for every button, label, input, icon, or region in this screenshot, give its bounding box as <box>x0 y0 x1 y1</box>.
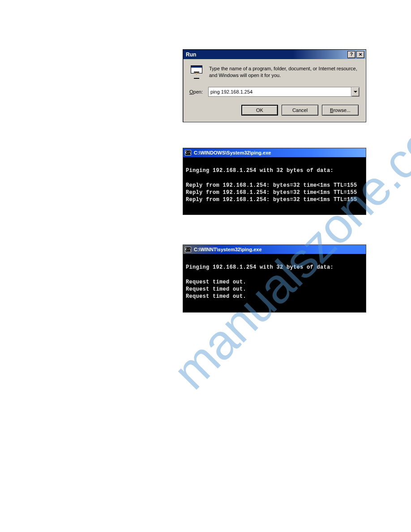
open-combobox[interactable] <box>208 87 360 97</box>
cancel-button[interactable]: Cancel <box>282 105 318 116</box>
console2-title-text: C:\WINNT\system32\ping.exe <box>194 247 262 252</box>
ok-button[interactable]: OK <box>241 105 278 116</box>
run-description: Type the name of a program, folder, docu… <box>209 65 360 79</box>
close-button[interactable]: ✕ <box>356 51 364 58</box>
run-title-text: Run <box>186 51 196 58</box>
console-window-success: C:\ C:\WINDOWS\System32\ping.exe Pinging… <box>183 148 366 215</box>
console-window-timeout: C:\ C:\WINNT\system32\ping.exe Pinging 1… <box>183 245 366 313</box>
console2-titlebar[interactable]: C:\ C:\WINNT\system32\ping.exe <box>183 245 366 254</box>
combo-dropdown-button[interactable] <box>351 87 359 96</box>
run-body: Type the name of a program, folder, docu… <box>183 59 366 122</box>
console1-titlebar[interactable]: C:\ C:\WINDOWS\System32\ping.exe <box>183 148 366 157</box>
cmd-icon: C:\ <box>185 247 191 252</box>
console1-output: Pinging 192.168.1.254 with 32 bytes of d… <box>183 157 366 206</box>
browse-button[interactable]: Browse... <box>322 105 359 116</box>
watermark-text: manualszone.com <box>162 87 411 400</box>
console2-output: Pinging 192.168.1.254 with 32 bytes of d… <box>183 254 366 303</box>
open-input[interactable] <box>209 87 351 96</box>
titlebar-buttons: ? ✕ <box>347 51 364 58</box>
run-dialog: Run ? ✕ Type the name of a program, fold… <box>183 49 366 122</box>
console1-title-text: C:\WINDOWS\System32\ping.exe <box>194 150 271 155</box>
run-titlebar[interactable]: Run ? ✕ <box>183 50 366 59</box>
open-label: Open: <box>189 89 203 94</box>
help-button[interactable]: ? <box>347 51 355 58</box>
cmd-icon: C:\ <box>185 150 191 155</box>
run-app-icon <box>189 65 204 80</box>
